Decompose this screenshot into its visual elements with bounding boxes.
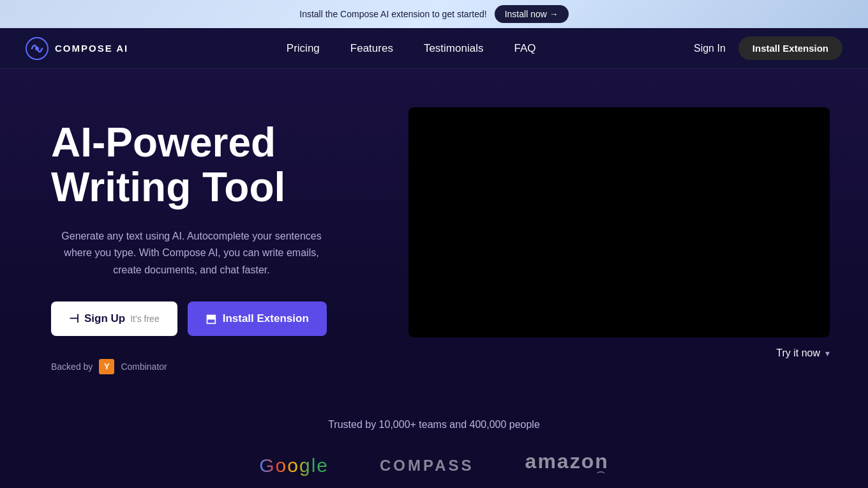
hero-description: Generate any text using AI. Autocomplete… [51,228,332,278]
hero-title: AI-Powered Writing Tool [51,120,383,210]
signup-label: Sign Up [84,312,125,325]
top-banner: Install the Compose AI extension to get … [0,0,868,28]
navbar: COMPOSE AI Pricing Features Testimonials… [0,28,868,69]
banner-text: Install the Compose AI extension to get … [299,9,486,19]
yc-badge: Y [99,359,114,374]
nav-testimonials[interactable]: Testimonials [424,42,484,55]
signup-icon: ⊣ [69,312,79,326]
backed-by: Backed by Y Combinator [51,359,383,374]
trusted-section: Trusted by 10,000+ teams and 400,000 peo… [0,400,868,488]
install-ext-icon: ⬒ [206,312,216,326]
backed-by-label: Backed by [51,362,93,372]
amazon-logo: amazon ⌒ [525,450,609,482]
nav-pricing[interactable]: Pricing [287,42,320,55]
hero-title-line2: Writing Tool [51,164,285,210]
hero-section: AI-Powered Writing Tool Generate any tex… [0,69,868,400]
logo-icon [26,37,49,60]
try-it-now-label: Try it now [776,347,820,359]
signup-it-free: It's free [130,314,159,324]
logos-row: Google COMPASS amazon ⌒ [51,450,817,482]
banner-install-button[interactable]: Install now → [495,5,569,23]
video-placeholder[interactable] [408,107,830,337]
hero-left: AI-Powered Writing Tool Generate any tex… [51,107,383,374]
logo-text: COMPOSE AI [55,43,128,54]
backed-by-org: Combinator [121,362,167,372]
nav-links: Pricing Features Testimonials FAQ [287,42,536,55]
install-ext-label: Install Extension [223,312,309,325]
signup-button[interactable]: ⊣ Sign Up It's free [51,301,177,336]
install-extension-hero-button[interactable]: ⬒ Install Extension [188,301,327,336]
nav-right: Sign In Install Extension [694,36,842,60]
hero-buttons: ⊣ Sign Up It's free ⬒ Install Extension [51,301,383,336]
compass-logo: COMPASS [380,457,474,475]
install-extension-nav-button[interactable]: Install Extension [738,36,842,60]
trusted-text: Trusted by 10,000+ teams and 400,000 peo… [51,419,817,431]
amazon-arrow-icon: ⌒ [525,471,609,482]
nav-features[interactable]: Features [350,42,393,55]
sign-in-button[interactable]: Sign In [694,43,726,54]
hero-right: Try it now ▾ [408,107,830,359]
svg-point-1 [35,47,39,50]
logo-area[interactable]: COMPOSE AI [26,37,128,60]
nav-faq[interactable]: FAQ [514,42,535,55]
chevron-down-icon: ▾ [825,348,830,358]
google-logo: Google [259,455,329,477]
try-it-now[interactable]: Try it now ▾ [776,347,830,359]
hero-title-line1: AI-Powered [51,119,276,165]
main-content: AI-Powered Writing Tool Generate any tex… [0,69,868,488]
